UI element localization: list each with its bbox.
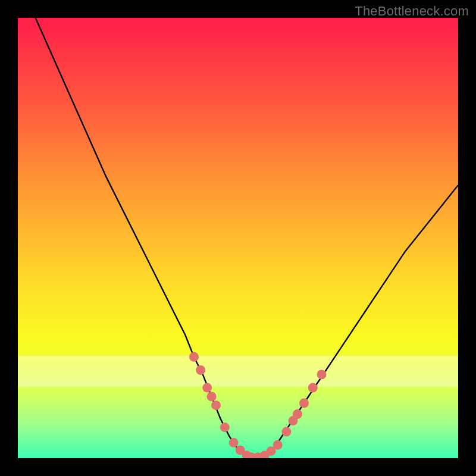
marker-dot — [308, 383, 318, 393]
marker-dot — [281, 427, 291, 437]
chart-plot-area — [18, 18, 458, 458]
marker-dot — [299, 399, 309, 408]
bottleneck-curve — [36, 18, 458, 458]
marker-dot — [211, 400, 221, 410]
marker-dot — [293, 409, 302, 419]
marker-dot — [229, 438, 239, 447]
chart-svg — [18, 18, 458, 458]
marker-dot — [202, 383, 212, 393]
marker-dot — [317, 369, 327, 379]
marker-dot — [207, 392, 217, 401]
marker-dot — [189, 352, 199, 362]
marker-dot — [273, 440, 283, 450]
marker-dot — [196, 365, 205, 375]
marker-dots — [189, 352, 327, 458]
attribution-text: TheBottleneck.com — [355, 4, 469, 19]
marker-dot — [220, 422, 230, 432]
